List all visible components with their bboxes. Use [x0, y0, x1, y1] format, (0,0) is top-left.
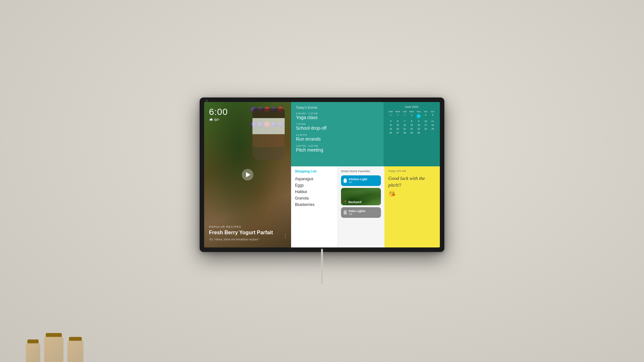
temperature: 64° — [214, 118, 220, 122]
top-row: Today's Events 6:30 AM – 7:15 AM Yoga cl… — [291, 102, 440, 166]
event-item-4[interactable]: 3:30 PM – 4:30 PM Pitch meeting — [296, 144, 379, 153]
cal-day-24[interactable]: 24 — [422, 127, 429, 131]
cal-day-20[interactable]: 20 — [394, 127, 401, 131]
cal-day-27[interactable]: 27 — [394, 131, 401, 135]
backyard-device[interactable]: 📍 Backyard — [341, 188, 381, 205]
shopping-title: Shopping List — [295, 170, 334, 173]
cal-day-8[interactable]: 8 — [408, 119, 415, 123]
cal-day-30-prev[interactable]: 30 — [394, 113, 401, 119]
cloud-icon: ☁️ — [209, 118, 213, 121]
event-time-1: 6:30 AM – 7:15 AM — [296, 112, 379, 115]
time-display: 6:00 ☁️ 64° — [209, 107, 228, 122]
cal-header-fri: FRI — [422, 110, 429, 113]
kitchen-light-device[interactable]: Kitchen Light On — [341, 175, 381, 186]
cal-day-2-next[interactable]: 2 — [429, 131, 436, 135]
shopping-item-2[interactable]: Eggs — [295, 182, 334, 189]
cal-header-thu: THU — [415, 110, 422, 113]
cal-day-1-next[interactable]: 1 — [422, 131, 429, 135]
echo-show-device: 6:00 ☁️ 64° Popular Recipes Fresh Berry … — [200, 97, 444, 252]
shopping-item-3[interactable]: Halibut — [295, 189, 334, 195]
event-name-1: Yoga class — [296, 115, 379, 120]
cal-day-22[interactable]: 22 — [408, 127, 415, 131]
event-name-4: Pitch meeting — [296, 147, 379, 153]
jar-1 — [26, 343, 40, 362]
event-item-2[interactable]: 7:45 AM School drop-off — [296, 123, 379, 131]
kitchen-items — [26, 336, 83, 362]
note-emoji: 😘 — [388, 190, 436, 197]
sticky-note-panel: Today, 5:51 AM Good luck with the pitch!… — [384, 166, 440, 247]
calendar-title: June 2022 — [387, 105, 436, 108]
event-item-3[interactable]: 12:30 PM Run errands — [296, 134, 379, 142]
recipe-panel: 6:00 ☁️ 64° Popular Recipes Fresh Berry … — [204, 102, 291, 247]
parfait-glass — [252, 108, 285, 160]
smart-home-title: Smart Home Favorites — [341, 170, 381, 173]
device-screen: 6:00 ☁️ 64° Popular Recipes Fresh Berry … — [204, 102, 440, 247]
shopping-item-1[interactable]: Asparagus — [295, 176, 334, 182]
cal-day-5[interactable]: 5 — [429, 113, 436, 119]
cal-day-1[interactable]: 1 — [408, 113, 415, 119]
recipe-hint: Try "Alexa, show me breakfast recipes" — [209, 238, 288, 241]
play-button[interactable] — [242, 169, 253, 181]
cal-day-7[interactable]: 7 — [401, 119, 408, 123]
recipe-title: Fresh Berry Yogurt Parfait — [209, 229, 288, 236]
right-panels: Today's Events 6:30 AM – 7:15 AM Yoga cl… — [291, 102, 440, 247]
event-name-2: School drop-off — [296, 125, 379, 131]
cal-day-26[interactable]: 26 — [387, 131, 394, 135]
shopping-item-5[interactable]: Blueberries — [295, 201, 334, 208]
cal-day-13[interactable]: 13 — [394, 123, 401, 127]
backyard-name: Backyard — [348, 200, 362, 204]
events-panel: Today's Events 6:30 AM – 7:15 AM Yoga cl… — [291, 102, 384, 166]
cal-day-23[interactable]: 23 — [415, 127, 422, 131]
smart-home-panel: Smart Home Favorites Kitchen Light On — [338, 166, 384, 247]
cal-day-29-prev[interactable]: 29 — [387, 113, 394, 119]
event-time-4: 3:30 PM – 4:30 PM — [296, 144, 379, 147]
more-options-button[interactable]: ⋮ — [283, 233, 288, 239]
cal-day-11[interactable]: 11 — [429, 119, 436, 123]
patio-lights-name: Patio Lights — [349, 209, 378, 213]
event-item-1[interactable]: 6:30 AM – 7:15 AM Yoga class — [296, 112, 379, 120]
cal-day-4[interactable]: 4 — [422, 113, 429, 119]
kitchen-light-name: Kitchen Light — [349, 178, 378, 181]
weather-display: ☁️ 64° — [209, 118, 228, 122]
cal-day-2[interactable]: 3 — [415, 113, 422, 119]
cal-day-5b[interactable]: 5 — [387, 119, 394, 123]
cal-day-29[interactable]: 29 — [408, 131, 415, 135]
cal-day-30[interactable]: 30 — [415, 131, 422, 135]
jar-3 — [67, 340, 83, 362]
recipe-info: Popular Recipes Fresh Berry Yogurt Parfa… — [209, 225, 288, 241]
patio-lights-status: Off — [349, 213, 378, 216]
note-timestamp: Today, 5:51 AM — [388, 170, 436, 172]
power-cable — [321, 249, 323, 284]
cal-header-sat: SAT — [429, 110, 436, 113]
cal-day-9[interactable]: 9 — [415, 119, 422, 123]
cal-day-21[interactable]: 21 — [401, 127, 408, 131]
kitchen-light-status: On — [349, 181, 378, 184]
clock: 6:00 — [209, 107, 228, 117]
cal-header-mon: MON — [394, 110, 401, 113]
event-name-3: Run errands — [296, 136, 379, 142]
pin-icon: 📍 — [344, 200, 347, 204]
cal-header-wed: WED — [408, 110, 415, 113]
cal-day-10[interactable]: 10 — [422, 119, 429, 123]
cal-day-17[interactable]: 17 — [422, 123, 429, 127]
cal-day-14[interactable]: 14 — [401, 123, 408, 127]
shopping-item-4[interactable]: Granola — [295, 195, 334, 201]
cal-day-25[interactable]: 25 — [429, 127, 436, 131]
cal-day-18[interactable]: 18 — [429, 123, 436, 127]
device-info-kitchen: Kitchen Light On — [349, 178, 378, 184]
cal-day-31-prev[interactable]: 31 — [401, 113, 408, 119]
cal-day-19[interactable]: 19 — [387, 127, 394, 131]
cal-day-12[interactable]: 12 — [387, 123, 394, 127]
backyard-label: 📍 Backyard — [344, 200, 362, 204]
patio-lights-device[interactable]: Patio Lights Off — [341, 207, 381, 218]
bulb-icon — [344, 178, 347, 183]
calendar-grid: SUN MON TUE WED THU FRI SAT 29 30 31 1 — [387, 110, 436, 135]
bottom-row: Shopping List Asparagus Eggs Halibut Gra… — [291, 166, 440, 247]
cal-day-6[interactable]: 6 — [394, 119, 401, 123]
calendar-panel: June 2022 SUN MON TUE WED THU FRI SAT 29 — [384, 102, 440, 166]
cal-day-28[interactable]: 28 — [401, 131, 408, 135]
cal-day-15[interactable]: 15 — [408, 123, 415, 127]
camera-dot — [205, 99, 208, 102]
bulb-icon-patio — [344, 210, 347, 215]
cal-day-16[interactable]: 16 — [415, 123, 422, 127]
